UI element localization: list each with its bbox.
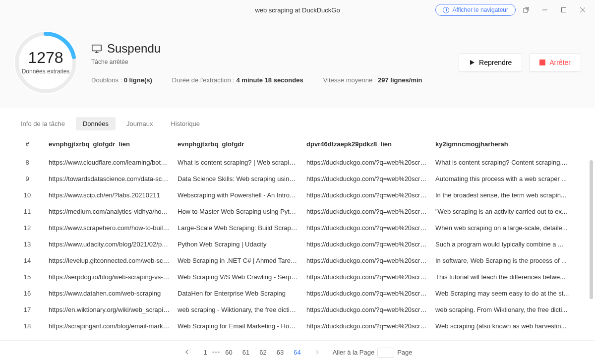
maximize-button[interactable] (555, 0, 572, 20)
table-header-row: #evnphgjtxrbq_glofgdr_lienevnphgjtxrbq_g… (10, 135, 585, 154)
progress-ring (14, 31, 77, 94)
cell-index: 15 (10, 269, 45, 285)
cell-link: https://en.wiktionary.org/wiki/web_scrap… (45, 302, 174, 318)
scrollbar-thumb[interactable] (590, 160, 593, 299)
cell-source: https://duckduckgo.com/?q=web%20scrapi..… (302, 269, 431, 285)
tab-1[interactable]: Données (76, 117, 116, 130)
cell-source: https://duckduckgo.com/?q=web%20scrapi..… (302, 154, 431, 171)
cell-link: https://www.cloudflare.com/learning/bots… (45, 154, 174, 171)
prev-page-button[interactable] (182, 347, 191, 358)
cell-link: https://www.scip.ch/en/?labs.20210211 (45, 187, 174, 203)
cell-index: 12 (10, 220, 45, 236)
goto-input[interactable] (377, 348, 394, 358)
table-row[interactable]: 18 https://scrapingant.com/blog/email-ma… (10, 318, 585, 334)
table-row[interactable]: 17 https://en.wiktionary.org/wiki/web_sc… (10, 302, 585, 318)
minimize-button[interactable] (536, 0, 553, 20)
cell-title: Web Scraping V/S Web Crawling - Serpdog (174, 269, 302, 285)
cell-title: web scraping - Wiktionary, the free dict… (174, 302, 302, 318)
page-1[interactable]: 1 (201, 348, 209, 357)
stop-button[interactable]: Arrêter (529, 53, 581, 72)
goto-label: Aller à la Page (333, 349, 375, 356)
cell-source: https://duckduckgo.com/?q=web%20scrapi..… (302, 302, 431, 318)
cell-desc: This tutorial will teach the differences… (431, 269, 585, 285)
close-button[interactable] (574, 0, 591, 20)
popout-button[interactable] (518, 0, 535, 20)
cell-link: https://www.scrapehero.com/how-to-build-… (45, 220, 174, 236)
goto-suffix: Page (397, 349, 412, 356)
speed-stat: Vitesse moyenne : 297 lignes/min (323, 76, 422, 84)
col-header-0[interactable]: # (10, 135, 45, 154)
tab-2[interactable]: Journaux (119, 117, 160, 130)
cell-source: https://duckduckgo.com/?q=web%20scrapi..… (302, 187, 431, 203)
table-row[interactable]: 13 https://www.udacity.com/blog/2021/02/… (10, 236, 585, 252)
table-row[interactable]: 12 https://www.scrapehero.com/how-to-bui… (10, 220, 585, 236)
cell-link: https://scrapingant.com/blog/email-marke… (45, 318, 174, 334)
cell-source: https://duckduckgo.com/?q=web%20scrapi..… (302, 252, 431, 269)
cell-desc: What is content scraping? Content scrapi… (431, 154, 585, 171)
window-title: web scraping at DuckDuckGo (255, 6, 340, 14)
svg-rect-7 (92, 45, 101, 51)
table-row[interactable]: 14 https://levelup.gitconnected.com/web-… (10, 252, 585, 269)
cell-link: https://towardsdatascience.com/data-scie… (45, 171, 174, 187)
tab-0[interactable]: Info de la tâche (14, 117, 72, 130)
browser-icon (443, 7, 449, 13)
page-64[interactable]: 64 (292, 348, 302, 357)
cell-title: Web Scraping for Email Marketing - How t… (174, 318, 302, 334)
page-60[interactable]: 60 (223, 348, 234, 357)
tab-3[interactable]: Historique (164, 117, 207, 130)
action-buttons: Reprendre Arrêter (459, 53, 581, 72)
progress-badge: 1278 Données extraites (14, 31, 77, 94)
cell-link: https://medium.com/analytics-vidhya/how-… (45, 203, 174, 220)
table-row[interactable]: 10 https://www.scip.ch/en/?labs.20210211… (10, 187, 585, 203)
data-table-wrap: #evnphgjtxrbq_glofgdr_lienevnphgjtxrbq_g… (0, 135, 595, 340)
cell-link: https://www.datahen.com/web-scraping (45, 285, 174, 302)
titlebar-controls: Afficher le navigateur (435, 0, 595, 20)
page-63[interactable]: 63 (275, 348, 286, 357)
resume-button[interactable]: Reprendre (459, 53, 522, 72)
play-icon (469, 60, 475, 65)
cell-link: https://levelup.gitconnected.com/web-scr… (45, 252, 174, 269)
status-block: Suspendu Tâche arrêtée Doublons : 0 lign… (91, 42, 422, 84)
table-row[interactable]: 15 https://serpdog.io/blog/web-scraping-… (10, 269, 585, 285)
cell-index: 9 (10, 171, 45, 187)
stop-icon (539, 60, 545, 65)
col-header-4[interactable]: ky2igmncmogjharherah (431, 135, 585, 154)
cell-title: Large-Scale Web Scraping: Build Scrapers… (174, 220, 302, 236)
cell-desc: When web scraping on a large-scale, deta… (431, 220, 585, 236)
cell-link: https://serpdog.io/blog/web-scraping-vs-… (45, 269, 174, 285)
cell-index: 13 (10, 236, 45, 252)
page-62[interactable]: 62 (257, 348, 268, 357)
cell-desc: In the broadest sense, the term web scra… (431, 187, 585, 203)
pagination: 1•••6061626364 Aller à la Page Page (0, 340, 595, 364)
cell-source: https://duckduckgo.com/?q=web%20scrapi..… (302, 236, 431, 252)
col-header-1[interactable]: evnphgjtxrbq_glofgdr_lien (45, 135, 174, 154)
cell-title: Data Science Skills: Web scraping using … (174, 171, 302, 187)
show-browser-button[interactable]: Afficher le navigateur (435, 4, 516, 16)
cell-title: Python Web Scraping | Udacity (174, 236, 302, 252)
titlebar: web scraping at DuckDuckGo Afficher le n… (0, 0, 595, 20)
duplicates-stat: Doublons : 0 ligne(s) (91, 76, 152, 84)
status-title: Suspendu (107, 42, 161, 56)
cell-desc: In software, Web Scraping is the process… (431, 252, 585, 269)
svg-rect-2 (562, 8, 566, 12)
resume-label: Reprendre (479, 59, 512, 66)
col-header-2[interactable]: evnphgjtxrbq_glofgdr (174, 135, 302, 154)
table-row[interactable]: 11 https://medium.com/analytics-vidhya/h… (10, 203, 585, 220)
table-row[interactable]: 9 https://towardsdatascience.com/data-sc… (10, 171, 585, 187)
next-page-button[interactable] (313, 347, 322, 358)
show-browser-label: Afficher le navigateur (452, 6, 508, 13)
monitor-icon (91, 44, 102, 54)
table-row[interactable]: 8 https://www.cloudflare.com/learning/bo… (10, 154, 585, 171)
cell-desc: Web Scraping may seem easy to do at the … (431, 285, 585, 302)
cell-desc: Automating this process with a web scrap… (431, 171, 585, 187)
cell-source: https://duckduckgo.com/?q=web%20scrapi..… (302, 285, 431, 302)
table-row[interactable]: 16 https://www.datahen.com/web-scraping … (10, 285, 585, 302)
cell-title: Web Scraping in .NET C# | Ahmed Tarek - … (174, 252, 302, 269)
cell-source: https://duckduckgo.com/?q=web%20scrapi..… (302, 318, 431, 334)
cell-link: https://www.udacity.com/blog/2021/02/pyt… (45, 236, 174, 252)
stats-row: Doublons : 0 ligne(s) Durée de l'extract… (91, 76, 422, 84)
page-61[interactable]: 61 (240, 348, 251, 357)
cell-index: 17 (10, 302, 45, 318)
col-header-3[interactable]: dpvr46dtzaepk29pdkz8_lien (302, 135, 431, 154)
cell-title: How to Master Web Scraping using Python … (174, 203, 302, 220)
